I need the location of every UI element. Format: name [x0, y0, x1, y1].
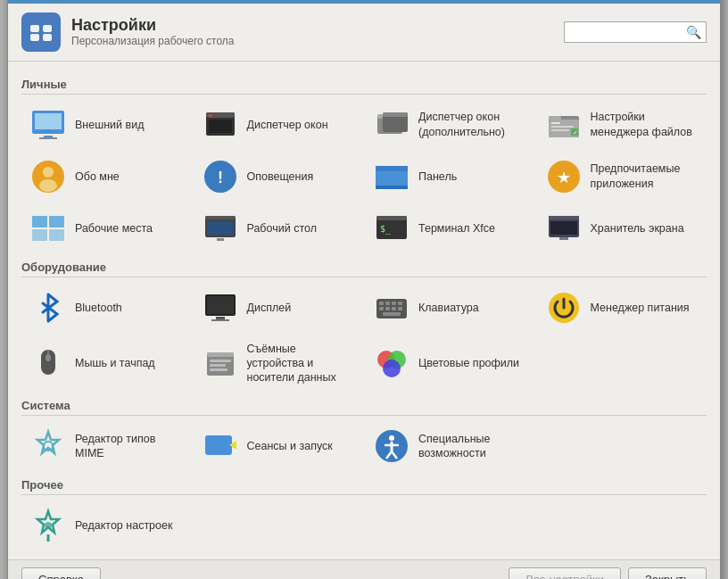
search-input[interactable] — [570, 25, 686, 38]
item-session[interactable]: Сеансы и запуск — [194, 421, 364, 471]
svg-rect-5 — [43, 25, 52, 32]
svg-rect-4 — [30, 25, 39, 32]
bluetooth-icon — [30, 290, 66, 326]
mouse-icon — [30, 345, 66, 381]
svg-point-78 — [383, 360, 401, 377]
section-label-personal: Личные — [21, 78, 707, 95]
footer-right-buttons: Все настройки Закрыть — [509, 567, 707, 579]
item-power[interactable]: Менеджер питания — [537, 283, 707, 333]
item-appearance[interactable]: Внешний вид — [21, 100, 192, 150]
item-display[interactable]: Дисплей — [194, 283, 364, 333]
power-icon — [546, 290, 582, 326]
svg-rect-35 — [376, 186, 408, 189]
svg-rect-55 — [216, 317, 225, 319]
fm-label: Настройки менеджера файлов — [591, 110, 699, 139]
svg-point-30 — [39, 179, 57, 192]
help-button[interactable]: Справка — [21, 567, 101, 579]
all-settings-button[interactable]: Все настройки — [509, 567, 621, 579]
svg-rect-38 — [32, 216, 47, 227]
item-notifications[interactable]: ! Оповещения — [194, 152, 364, 202]
svg-rect-75 — [210, 368, 228, 371]
personal-grid: Внешний вид Диспетчер окон — [21, 100, 707, 253]
svg-rect-80 — [205, 435, 232, 455]
main-window: Настройки ─ □ ✕ Настройки Персонализация… — [7, 0, 721, 579]
item-fm-settings[interactable]: ✓ Настройки менеджера файлов — [537, 100, 707, 150]
mouse-label: Мышь и тачпад — [75, 356, 155, 370]
search-box: 🔍 — [564, 21, 707, 43]
content-area: Личные Внешний вид — [8, 62, 720, 560]
item-wm[interactable]: Диспетчер окон — [194, 100, 364, 150]
svg-text:✓: ✓ — [573, 129, 578, 136]
search-icon[interactable]: 🔍 — [686, 25, 701, 39]
header: Настройки Персонализация рабочего стола … — [8, 4, 720, 62]
item-keyboard[interactable]: Клавиатура — [365, 283, 535, 333]
accessibility-label: Специальные возможности — [418, 432, 526, 461]
svg-rect-40 — [32, 229, 47, 241]
wm-extra-icon — [374, 107, 410, 143]
session-label: Сеансы и запуск — [247, 439, 333, 453]
svg-rect-59 — [385, 302, 390, 305]
about-label: Обо мне — [75, 170, 120, 184]
item-workspaces[interactable]: Рабочие места — [21, 203, 192, 253]
color-profiles-label: Цветовые профили — [418, 356, 519, 370]
svg-text:!: ! — [218, 169, 223, 186]
svg-rect-66 — [383, 312, 401, 316]
about-icon — [30, 159, 66, 194]
section-label-other: Прочее — [21, 478, 707, 495]
system-grid: Редактор типов MIME Сеансы и запуск — [21, 421, 707, 471]
item-preferred-apps[interactable]: ★ Предпочитаемые приложения — [537, 152, 707, 202]
item-terminal[interactable]: $_ Терминал Xfce — [365, 203, 535, 253]
terminal-icon: $_ — [374, 211, 410, 246]
item-panel[interactable]: Панель — [365, 152, 535, 202]
keyboard-icon — [374, 290, 410, 326]
svg-rect-50 — [549, 216, 579, 219]
accessibility-icon — [374, 428, 410, 464]
svg-rect-43 — [205, 216, 236, 219]
svg-rect-65 — [398, 307, 402, 310]
svg-rect-64 — [392, 307, 396, 310]
svg-rect-47 — [376, 216, 407, 220]
svg-rect-7 — [43, 34, 52, 41]
svg-rect-11 — [39, 137, 57, 139]
other-grid: Редактор настроек — [21, 500, 707, 550]
item-removable[interactable]: Съёмные устройства и носители данных — [194, 335, 364, 393]
item-mouse[interactable]: Мышь и тачпад — [21, 335, 192, 393]
screensaver-label: Хранитель экрана — [591, 221, 684, 236]
session-icon — [203, 428, 238, 464]
preferred-label: Предпочитаемые приложения — [591, 161, 699, 191]
svg-rect-23 — [551, 122, 560, 124]
svg-point-70 — [46, 354, 51, 361]
svg-rect-39 — [49, 216, 64, 227]
svg-rect-41 — [49, 229, 64, 241]
close-window-button[interactable]: Закрыть — [628, 567, 707, 579]
display-label: Дисплей — [247, 301, 292, 315]
item-desktop[interactable]: Рабочий стол — [194, 203, 364, 253]
footer: Справка Все настройки Закрыть — [8, 559, 720, 579]
app-title: Настройки — [71, 16, 235, 35]
item-color-profiles[interactable]: Цветовые профили — [365, 335, 535, 393]
settings-editor-icon — [30, 508, 66, 543]
removable-label: Съёмные устройства и носители данных — [247, 342, 355, 385]
item-wm-extra[interactable]: Диспетчер окон (дополнительно) — [365, 100, 535, 150]
svg-rect-52 — [559, 237, 568, 240]
svg-rect-14 — [209, 114, 212, 117]
item-accessibility[interactable]: Специальные возможности — [365, 421, 535, 471]
item-settings-editor[interactable]: Редактор настроек — [21, 500, 192, 550]
item-mime[interactable]: Редактор типов MIME — [21, 421, 192, 471]
section-label-system: Система — [21, 399, 707, 416]
mime-label: Редактор типов MIME — [75, 432, 183, 461]
svg-rect-9 — [35, 113, 62, 129]
removable-icon — [203, 345, 238, 381]
preferred-icon: ★ — [546, 159, 582, 194]
svg-rect-60 — [392, 302, 396, 305]
mime-icon — [30, 428, 66, 464]
svg-rect-22 — [549, 116, 561, 120]
desktop-label: Рабочий стол — [247, 221, 317, 236]
header-left: Настройки Персонализация рабочего стола — [21, 12, 235, 52]
item-bluetooth[interactable]: Bluetooth — [21, 283, 192, 333]
section-label-hardware: Оборудование — [21, 261, 707, 277]
wm-extra-label: Диспетчер окон (дополнительно) — [418, 110, 526, 139]
item-about-me[interactable]: Обо мне — [21, 152, 192, 202]
keyboard-label: Клавиатура — [418, 301, 479, 315]
item-screensaver[interactable]: Хранитель экрана — [537, 203, 707, 253]
